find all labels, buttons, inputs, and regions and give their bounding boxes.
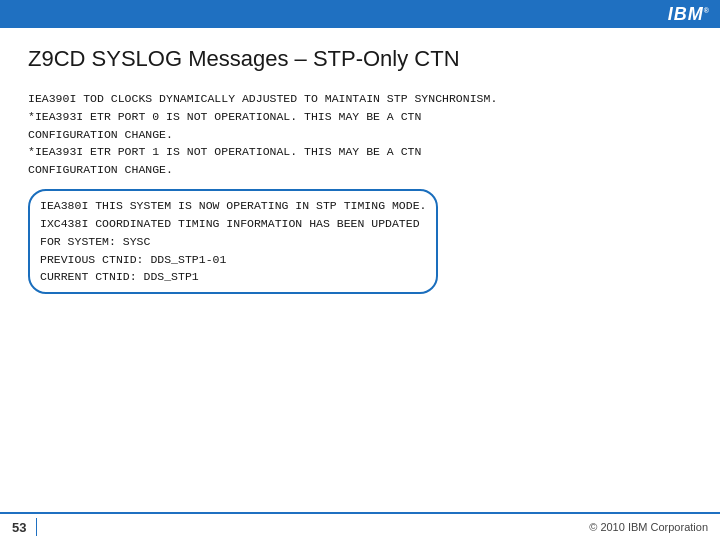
copyright-text: © 2010 IBM Corporation	[589, 521, 708, 533]
content-area: Z9CD SYSLOG Messages – STP-Only CTN IEA3…	[0, 28, 720, 304]
syslog-line-2: *IEA393I ETR PORT 0 IS NOT OPERATIONAL. …	[28, 108, 692, 126]
top-bar: IBM®	[0, 0, 720, 28]
page-title: Z9CD SYSLOG Messages – STP-Only CTN	[28, 46, 692, 72]
syslog-line-1: IEA390I TOD CLOCKS DYNAMICALLY ADJUSTED …	[28, 90, 692, 108]
highlighted-line-5: CURRENT CTNID: DDS_STP1	[40, 268, 426, 286]
ibm-logo: IBM®	[668, 4, 710, 25]
slide-number: 53	[12, 520, 26, 535]
syslog-line-4: *IEA393I ETR PORT 1 IS NOT OPERATIONAL. …	[28, 143, 692, 161]
syslog-line-5: CONFIGURATION CHANGE.	[28, 161, 692, 179]
highlighted-line-1: IEA380I THIS SYSTEM IS NOW OPERATING IN …	[40, 197, 426, 215]
syslog-line-3: CONFIGURATION CHANGE.	[28, 126, 692, 144]
highlighted-line-3: FOR SYSTEM: SYSC	[40, 233, 426, 251]
syslog-block: IEA390I TOD CLOCKS DYNAMICALLY ADJUSTED …	[28, 90, 692, 294]
highlighted-line-2: IXC438I COORDINATED TIMING INFORMATION H…	[40, 215, 426, 233]
divider	[36, 518, 37, 536]
highlighted-block: IEA380I THIS SYSTEM IS NOW OPERATING IN …	[28, 189, 438, 294]
bottom-left: 53	[12, 518, 47, 536]
highlighted-line-4: PREVIOUS CTNID: DDS_STP1-01	[40, 251, 426, 269]
bottom-bar: 53 © 2010 IBM Corporation	[0, 512, 720, 540]
